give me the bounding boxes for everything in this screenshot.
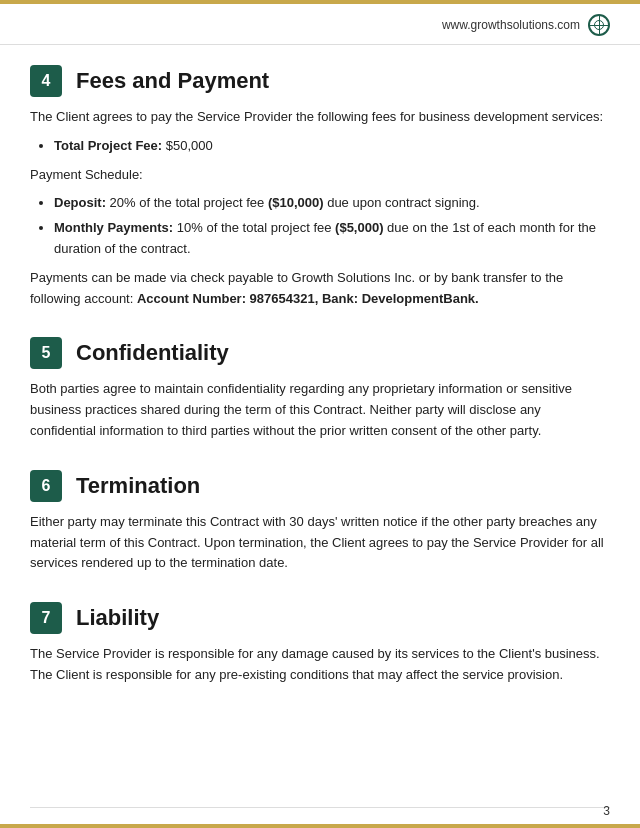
monthly-label: Monthly Payments: — [54, 220, 173, 235]
section-7: 7 Liability The Service Provider is resp… — [30, 602, 610, 686]
section-5-header: 5 Confidentiality — [30, 337, 610, 369]
section-6-title: Termination — [76, 473, 200, 499]
section-6-body: Either party may terminate this Contract… — [30, 512, 610, 574]
footer-area — [30, 807, 610, 814]
section-4-number: 4 — [30, 65, 62, 97]
account-info: Account Number: 987654321, Bank: Develop… — [137, 291, 479, 306]
confidentiality-text: Both parties agree to maintain confident… — [30, 379, 610, 441]
main-content: 4 Fees and Payment The Client agrees to … — [0, 45, 640, 744]
monthly-amount: ($5,000) — [335, 220, 383, 235]
liability-text: The Service Provider is responsible for … — [30, 644, 610, 686]
globe-lines — [594, 20, 604, 30]
section-7-header: 7 Liability — [30, 602, 610, 634]
monthly-payments-item: Monthly Payments: 10% of the total proje… — [54, 218, 610, 260]
section-6-header: 6 Termination — [30, 470, 610, 502]
website-text: www.growthsolutions.com — [442, 18, 580, 32]
fees-intro: The Client agrees to pay the Service Pro… — [30, 107, 610, 128]
section-4-body: The Client agrees to pay the Service Pro… — [30, 107, 610, 309]
section-7-number: 7 — [30, 602, 62, 634]
payment-schedule-list: Deposit: 20% of the total project fee ($… — [54, 193, 610, 259]
deposit-label: Deposit: — [54, 195, 106, 210]
deposit-item: Deposit: 20% of the total project fee ($… — [54, 193, 610, 214]
section-7-title: Liability — [76, 605, 159, 631]
footer-bar — [0, 824, 640, 828]
globe-icon — [588, 14, 610, 36]
footer-border — [30, 807, 610, 814]
section-5-body: Both parties agree to maintain confident… — [30, 379, 610, 441]
section-6-number: 6 — [30, 470, 62, 502]
total-fee-label: Total Project Fee: — [54, 138, 162, 153]
deposit-amount: ($10,000) — [268, 195, 324, 210]
section-4-title: Fees and Payment — [76, 68, 269, 94]
section-5-title: Confidentiality — [76, 340, 229, 366]
header: www.growthsolutions.com — [0, 4, 640, 45]
termination-text: Either party may terminate this Contract… — [30, 512, 610, 574]
payment-schedule-label: Payment Schedule: — [30, 165, 610, 186]
section-7-body: The Service Provider is responsible for … — [30, 644, 610, 686]
total-project-fee: Total Project Fee: $50,000 — [54, 136, 610, 157]
fees-list-1: Total Project Fee: $50,000 — [54, 136, 610, 157]
payment-method: Payments can be made via check payable t… — [30, 268, 610, 310]
section-5: 5 Confidentiality Both parties agree to … — [30, 337, 610, 441]
page-number: 3 — [603, 804, 610, 818]
section-4-header: 4 Fees and Payment — [30, 65, 610, 97]
section-5-number: 5 — [30, 337, 62, 369]
section-4: 4 Fees and Payment The Client agrees to … — [30, 65, 610, 309]
section-6: 6 Termination Either party may terminate… — [30, 470, 610, 574]
